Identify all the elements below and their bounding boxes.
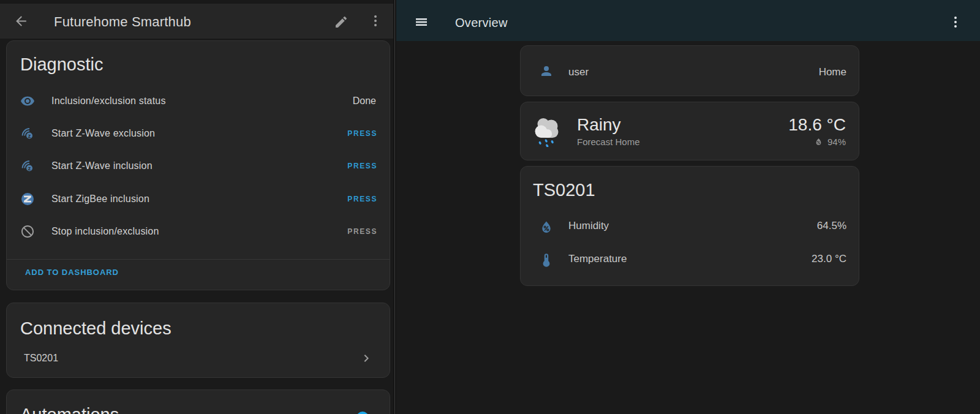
row-label: Start Z-Wave inclusion [51, 160, 153, 171]
diagnostic-row-zwave-inclusion: z Start Z-Wave inclusion PRESS [7, 150, 390, 183]
sensor-card-title: TS0201 [533, 179, 595, 200]
dialog-title: Futurehome Smarthub [54, 13, 191, 31]
sensor-row-humidity[interactable]: Humidity 64.5% [521, 209, 859, 243]
chevron-right-icon [359, 351, 374, 366]
device-dialog-window: Futurehome Smarthub Diagnostic Inclusion… [0, 0, 393, 414]
card-actions-divider [7, 259, 390, 260]
sensor-label: Humidity [568, 220, 609, 232]
device-row-ts0201[interactable]: TS0201 [7, 342, 390, 375]
weather-temperature: 18.6 °C [788, 115, 846, 135]
row-label: Inclusion/exclusion status [51, 96, 166, 107]
sensor-label: Temperature [568, 253, 627, 265]
thermometer-icon [538, 252, 554, 268]
edit-pencil-icon[interactable] [334, 15, 349, 29]
z-wave-icon: z [20, 159, 35, 173]
sensor-row-temperature[interactable]: Temperature 23.0 °C [521, 243, 859, 276]
diagnostic-card-title: Diagnostic [20, 54, 103, 75]
diagnostic-row-zigbee-inclusion: Start ZigBee inclusion PRESS [7, 183, 390, 215]
automations-card: Automations [6, 390, 390, 414]
sensor-card-ts0201: TS0201 Humidity 64.5% Temperature 23.0 °… [520, 166, 859, 286]
hamburger-menu-icon[interactable] [414, 15, 429, 29]
weather-subtitle: Forecast Home [577, 136, 640, 148]
user-entity-state: Home [819, 66, 846, 78]
row-label: Start Z-Wave exclusion [51, 128, 155, 139]
diagnostic-row-stop-inclusion: Stop inclusion/exclusion PRESS [7, 216, 390, 248]
rainy-weather-icon [533, 115, 562, 147]
eye-icon [20, 94, 35, 108]
weather-humidity: 94% [827, 137, 846, 147]
diagnostic-row-zwave-exclusion: z Start Z-Wave exclusion PRESS [7, 117, 390, 149]
humidity-small-icon [814, 137, 823, 146]
z-wave-icon: z [20, 126, 35, 141]
press-button[interactable]: PRESS [347, 195, 377, 203]
overview-window: Overview user Home Rainy Forecast Home [396, 0, 980, 414]
svg-text:z: z [28, 133, 31, 139]
window-separator [394, 0, 395, 414]
device-name: TS0201 [24, 353, 58, 364]
weather-card[interactable]: Rainy Forecast Home 18.6 °C 94% [520, 102, 859, 160]
press-button-disabled: PRESS [347, 227, 377, 236]
sensor-value: 23.0 °C [812, 253, 846, 265]
user-entity-name: user [568, 66, 589, 78]
user-entity-card[interactable]: user Home [520, 45, 859, 96]
row-label: Start ZigBee inclusion [51, 194, 149, 205]
row-label: Stop inclusion/exclusion [51, 226, 159, 237]
svg-text:z: z [28, 165, 31, 171]
row-value: Done [353, 96, 376, 107]
dialog-header: Futurehome Smarthub [0, 4, 393, 39]
overflow-menu-icon[interactable] [368, 13, 383, 28]
weather-state: Rainy [577, 115, 640, 135]
connected-devices-title: Connected devices [20, 318, 172, 339]
account-icon [539, 64, 554, 78]
add-automation-icon[interactable] [355, 410, 370, 414]
automations-title: Automations [20, 404, 119, 414]
cancel-icon [20, 224, 35, 239]
back-arrow-icon[interactable] [13, 13, 29, 29]
diagnostic-card: Diagnostic Inclusion/exclusion status Do… [6, 40, 390, 290]
press-button[interactable]: PRESS [347, 162, 377, 170]
press-button[interactable]: PRESS [347, 129, 377, 138]
diagnostic-row-inclusion-status: Inclusion/exclusion status Done [7, 85, 390, 117]
overflow-menu-icon[interactable] [948, 15, 963, 29]
add-to-dashboard-button[interactable]: ADD TO DASHBOARD [25, 268, 119, 277]
sensor-value: 64.5% [817, 220, 846, 232]
overview-app-bar: Overview [396, 0, 980, 41]
humidity-icon [538, 219, 554, 235]
zigbee-icon [20, 192, 35, 206]
overview-title: Overview [455, 15, 508, 31]
connected-devices-card: Connected devices TS0201 [6, 303, 390, 378]
